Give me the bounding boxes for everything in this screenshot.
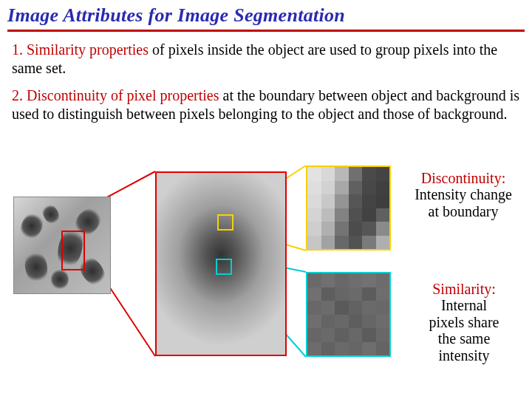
cyan-sample-box	[216, 259, 232, 275]
para1-lead: 1. Similarity properties	[12, 41, 149, 58]
discontinuity-zoom	[306, 166, 391, 250]
yellow-sample-box	[217, 214, 233, 231]
sim-body-l1: Internal	[441, 297, 487, 313]
disc-body-l1: Intensity change	[415, 186, 512, 202]
similarity-zoom	[306, 272, 391, 357]
disc-head: Discontinuity:	[421, 170, 505, 186]
cell-blob	[51, 268, 69, 290]
source-image	[13, 197, 111, 294]
zoomed-cell	[155, 171, 287, 356]
paragraph-similarity: 1. Similarity properties of pixels insid…	[0, 39, 532, 85]
cell-blob	[22, 249, 50, 286]
similarity-annotation: Similarity: Internal pixels share the sa…	[405, 281, 523, 364]
disc-body-l2: at boundary	[429, 203, 499, 219]
discontinuity-annotation: Discontinuity: Intensity change at bound…	[398, 170, 529, 219]
paragraph-discontinuity: 2. Discontinuity of pixel properties at …	[0, 85, 532, 131]
sim-body-l4: intensity	[439, 347, 490, 364]
sim-body-l2: pixels share	[429, 314, 499, 330]
figure-area: Discontinuity: Intensity change at bound…	[0, 163, 532, 399]
pixel-grid-icon	[307, 273, 389, 355]
pixel-grid-icon	[307, 167, 389, 249]
para2-lead: 2. Discontinuity of pixel properties	[12, 87, 219, 103]
red-selection-box	[61, 231, 85, 270]
sim-head: Similarity:	[432, 281, 496, 297]
slide-title: Image Attributes for Image Segmentation	[0, 0, 532, 28]
title-underline	[7, 30, 525, 32]
sim-body-l3: the same	[438, 330, 491, 347]
